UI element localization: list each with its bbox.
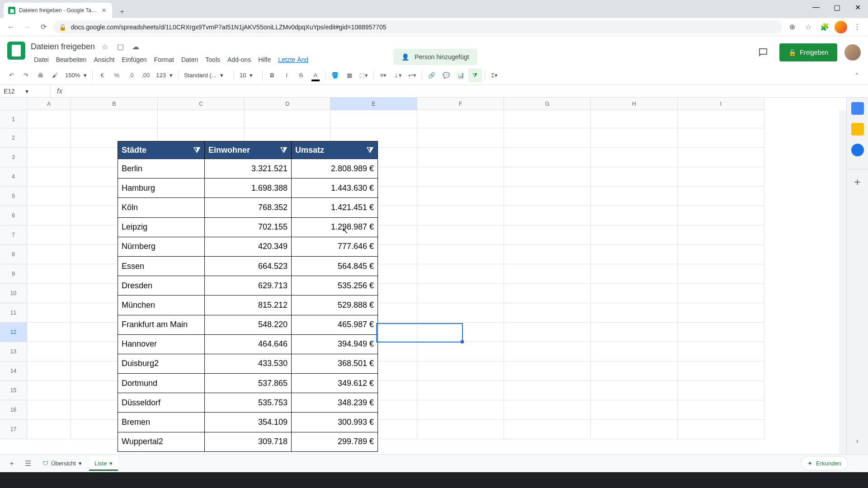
cell[interactable] bbox=[591, 167, 678, 187]
cell-population[interactable]: 537.865 bbox=[205, 373, 292, 393]
last-edit-link[interactable]: Letzte Änd bbox=[275, 54, 311, 65]
sheet-tab-list[interactable]: Liste ▾ bbox=[89, 456, 118, 471]
cell[interactable] bbox=[678, 342, 764, 361]
cell[interactable] bbox=[591, 381, 678, 400]
column-header-C[interactable]: C bbox=[158, 98, 245, 110]
cell-city[interactable]: Hannover bbox=[118, 334, 205, 354]
cell[interactable] bbox=[678, 303, 764, 323]
forward-button[interactable]: → bbox=[21, 21, 33, 33]
column-header-F[interactable]: F bbox=[417, 98, 504, 110]
cell[interactable] bbox=[27, 148, 71, 167]
cell-city[interactable]: Köln bbox=[118, 197, 205, 217]
cell[interactable] bbox=[504, 323, 591, 342]
cell-revenue[interactable]: 300.993 € bbox=[292, 412, 377, 432]
cell[interactable] bbox=[678, 148, 764, 167]
column-header-I[interactable]: I bbox=[678, 98, 764, 110]
cell[interactable] bbox=[417, 420, 504, 439]
cell[interactable] bbox=[591, 303, 678, 323]
cell-revenue[interactable]: 2.808.989 € bbox=[292, 159, 377, 178]
cell[interactable] bbox=[417, 264, 504, 284]
cell-population[interactable]: 768.352 bbox=[205, 197, 292, 217]
filter-icon[interactable]: ⧩ bbox=[192, 145, 202, 155]
cell[interactable] bbox=[504, 284, 591, 303]
row-header-8[interactable]: 8 bbox=[0, 245, 27, 264]
collapse-toolbar-button[interactable]: ⌃ bbox=[850, 69, 863, 82]
paint-format-button[interactable]: 🖌 bbox=[48, 69, 61, 82]
cell-population[interactable]: 815.212 bbox=[205, 295, 292, 314]
cell[interactable] bbox=[245, 110, 330, 128]
cell-revenue[interactable]: 368.501 € bbox=[292, 354, 377, 373]
cell[interactable] bbox=[27, 420, 71, 439]
cell[interactable] bbox=[158, 110, 245, 128]
account-avatar[interactable] bbox=[844, 44, 861, 61]
table-row[interactable]: München815.212529.888 € bbox=[118, 295, 377, 314]
table-row[interactable]: Essen664.523564.845 € bbox=[118, 256, 377, 276]
cell[interactable] bbox=[678, 128, 764, 148]
cell-revenue[interactable]: 348.239 € bbox=[292, 393, 377, 412]
bookmark-icon[interactable]: ☆ bbox=[802, 21, 815, 33]
cell[interactable] bbox=[504, 381, 591, 400]
cell-revenue[interactable]: 465.987 € bbox=[292, 315, 377, 334]
header-revenue[interactable]: Umsatz ⧩ bbox=[292, 141, 377, 159]
cell[interactable] bbox=[678, 187, 764, 206]
cell[interactable] bbox=[417, 148, 504, 167]
sheets-logo-icon[interactable] bbox=[7, 42, 25, 60]
cell[interactable] bbox=[504, 245, 591, 264]
cell[interactable] bbox=[678, 420, 764, 439]
cell[interactable] bbox=[591, 206, 678, 225]
fill-color-button[interactable]: 🪣 bbox=[328, 69, 342, 82]
cell[interactable] bbox=[417, 342, 504, 361]
column-header-E[interactable]: E bbox=[330, 98, 417, 110]
cell[interactable] bbox=[330, 110, 417, 128]
row-header-4[interactable]: 4 bbox=[0, 167, 27, 187]
cell[interactable] bbox=[27, 128, 71, 148]
cell[interactable] bbox=[678, 110, 764, 128]
table-row[interactable]: Düsseldorf535.753348.239 € bbox=[118, 393, 377, 412]
formula-input[interactable] bbox=[69, 85, 868, 97]
row-header-11[interactable]: 11 bbox=[0, 303, 27, 323]
italic-button[interactable]: I bbox=[280, 69, 293, 82]
menu-file[interactable]: Datei bbox=[31, 54, 52, 65]
cell[interactable] bbox=[417, 110, 504, 128]
text-color-button[interactable]: A bbox=[309, 69, 322, 82]
cell[interactable] bbox=[27, 110, 71, 128]
cell-city[interactable]: Essen bbox=[118, 256, 205, 276]
name-box[interactable]: E12 ▾ bbox=[0, 85, 51, 97]
merge-cells-button[interactable]: ⬚▾ bbox=[357, 69, 371, 82]
window-minimize-button[interactable]: ― bbox=[806, 0, 826, 14]
cell-population[interactable]: 702.155 bbox=[205, 217, 292, 237]
menu-edit[interactable]: Bearbeiten bbox=[53, 54, 90, 65]
insert-comment-button[interactable]: 💬 bbox=[439, 69, 453, 82]
back-button[interactable]: ← bbox=[5, 21, 17, 33]
cell[interactable] bbox=[591, 400, 678, 420]
cell[interactable] bbox=[504, 400, 591, 420]
font-select[interactable]: Standard (...▾ bbox=[181, 72, 231, 79]
cell[interactable] bbox=[504, 225, 591, 245]
cell[interactable] bbox=[504, 110, 591, 128]
row-header-6[interactable]: 6 bbox=[0, 206, 27, 225]
row-header-15[interactable]: 15 bbox=[0, 381, 27, 400]
table-row[interactable]: Dresden629.713535.256 € bbox=[118, 276, 377, 295]
row-header-9[interactable]: 9 bbox=[0, 264, 27, 284]
insert-link-button[interactable]: 🔗 bbox=[425, 69, 439, 82]
cell[interactable] bbox=[27, 245, 71, 264]
row-header-17[interactable]: 17 bbox=[0, 420, 27, 439]
cell-population[interactable]: 548.220 bbox=[205, 315, 292, 334]
currency-button[interactable]: € bbox=[95, 69, 109, 82]
cell[interactable] bbox=[678, 323, 764, 342]
cell[interactable] bbox=[591, 110, 678, 128]
cell-population[interactable]: 535.753 bbox=[205, 393, 292, 412]
cell[interactable] bbox=[591, 148, 678, 167]
row-header-2[interactable]: 2 bbox=[0, 128, 27, 148]
cell[interactable] bbox=[678, 245, 764, 264]
cell-population[interactable]: 433.530 bbox=[205, 354, 292, 373]
cell[interactable] bbox=[504, 420, 591, 439]
table-row[interactable]: Frankfurt am Main548.220465.987 € bbox=[118, 315, 377, 334]
cell[interactable] bbox=[591, 420, 678, 439]
cell-city[interactable]: Berlin bbox=[118, 159, 205, 178]
cell-revenue[interactable]: 777.646 € bbox=[292, 237, 377, 256]
cell-city[interactable]: Nürnberg bbox=[118, 237, 205, 256]
cell[interactable] bbox=[591, 264, 678, 284]
functions-button[interactable]: Σ▾ bbox=[488, 69, 501, 82]
vertical-scrollbar[interactable] bbox=[839, 110, 846, 454]
